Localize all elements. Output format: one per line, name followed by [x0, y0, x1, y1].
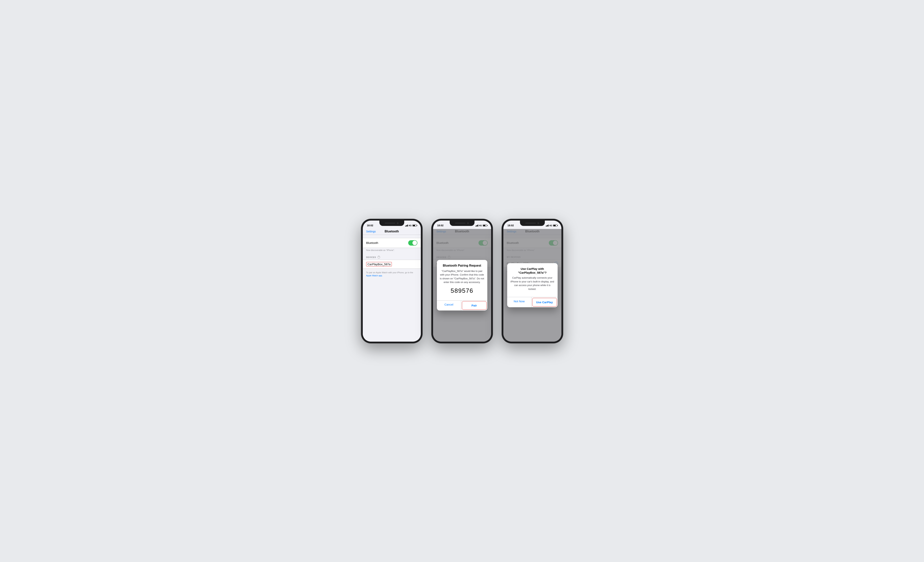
status-icons-1: 4G [405, 224, 417, 227]
pair-button[interactable]: Pair [462, 301, 486, 310]
bluetooth-section-1: Bluetooth [363, 238, 421, 248]
speaker-3 [525, 223, 536, 223]
footer-link-1[interactable]: Apple Watch app. [366, 274, 382, 277]
bluetooth-row-1: Bluetooth [363, 238, 421, 248]
signal-type-3: 4G [549, 224, 552, 227]
phones-container: 18:02 4G [361, 219, 563, 343]
modal-message-2: "CarPlayBox_587a" would like to pair wit… [440, 269, 484, 284]
battery-icon-2 [483, 224, 487, 226]
notch-1 [380, 220, 404, 226]
carplay-modal: Use CarPlay with"CarPlayBox_587a"? CarPl… [507, 263, 558, 307]
status-time-2: 18:02 [437, 224, 444, 227]
iphone-3: 18:02 4G [502, 219, 563, 343]
nav-title-1: Bluetooth [384, 230, 399, 233]
screen-1: 18:02 4G [363, 220, 421, 342]
pairing-modal: Bluetooth Pairing Request "CarPlayBox_58… [437, 260, 487, 310]
signal-type-1: 4G [409, 224, 412, 227]
modal-buttons-3: Not Now Use CarPlay [507, 297, 558, 307]
notch-3 [520, 220, 545, 226]
devices-header-1: DEVICES [363, 253, 421, 260]
modal-message-3: CarPlay automatically connects your iPho… [510, 276, 555, 291]
battery-icon-1 [412, 224, 417, 226]
modal-title-3: Use CarPlay with"CarPlayBox_587a"? [510, 267, 555, 274]
modal-title-2: Bluetooth Pairing Request [440, 264, 484, 268]
screen-2: 18:02 4G [433, 220, 491, 342]
table-row[interactable]: CarPlayBox_587a [363, 260, 421, 268]
signal-type-2: 4G [479, 224, 482, 227]
modal-overlay-2: Bluetooth Pairing Request "CarPlayBox_58… [433, 229, 491, 342]
speaker-2 [455, 223, 465, 223]
status-time-3: 18:02 [507, 224, 514, 227]
battery-icon-3 [553, 224, 557, 226]
cancel-button[interactable]: Cancel [437, 300, 461, 310]
device-name-highlighted-1: CarPlayBox_587a [366, 262, 392, 267]
notch-2 [450, 220, 474, 226]
signal-bars-1 [405, 225, 408, 226]
bluetooth-label-1: Bluetooth [366, 241, 378, 244]
not-now-button[interactable]: Not Now [507, 297, 532, 307]
status-time-1: 18:02 [367, 224, 373, 227]
speaker-1 [385, 223, 395, 223]
camera-2 [467, 222, 469, 224]
devices-list-1: CarPlayBox_587a [363, 260, 421, 269]
modal-overlay-3: Use CarPlay with"CarPlayBox_587a"? CarPl… [503, 229, 561, 342]
spinner-1 [378, 256, 380, 259]
use-carplay-button[interactable]: Use CarPlay [532, 298, 557, 306]
camera-1 [397, 222, 399, 224]
camera-3 [537, 222, 539, 224]
footer-note-1: To pair an Apple Watch with your iPhone,… [363, 269, 421, 280]
discoverable-1: Now discoverable as "iPhone". [363, 248, 421, 253]
pairing-code: 589576 [440, 287, 484, 294]
modal-buttons-2: Cancel Pair [437, 300, 487, 310]
bluetooth-toggle-1[interactable] [408, 240, 417, 246]
content-1: Bluetooth Now discoverable as "iPhone". … [363, 235, 421, 342]
nav-back-1[interactable]: Settings [366, 230, 376, 233]
status-icons-2: 4G [476, 224, 487, 227]
nav-bar-1: Settings Bluetooth [363, 229, 421, 235]
signal-bars-3 [546, 225, 549, 226]
signal-bars-2 [476, 225, 478, 226]
iphone-2: 18:02 4G [432, 219, 493, 343]
status-icons-3: 4G [546, 224, 557, 227]
iphone-1: 18:02 4G [361, 219, 422, 343]
screen-3: 18:02 4G [503, 220, 561, 342]
